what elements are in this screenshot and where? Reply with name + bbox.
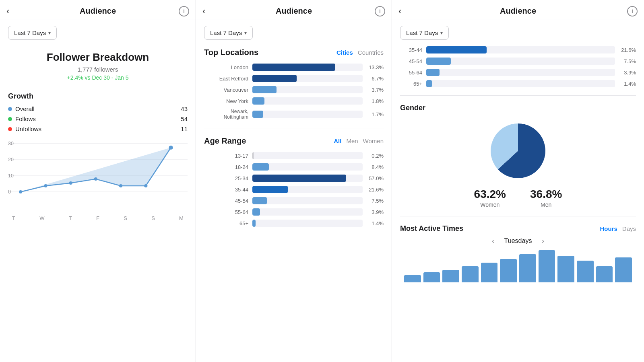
age-track-13-17: [252, 152, 363, 159]
follows-label: Follows: [15, 115, 36, 122]
growth-section: Growth Overall 43 Follows 54 Unfollows: [8, 92, 188, 132]
unfollows-value: 11: [181, 125, 188, 132]
location-label-newark: Newark,Nottingham: [204, 109, 248, 120]
panel-2-header: ‹ Audience i: [196, 0, 392, 19]
age-row-p3-65plus: 65+ 1.4%: [400, 80, 636, 87]
age-label-18-24: 18-24: [204, 164, 248, 170]
overall-label: Overall: [15, 105, 35, 112]
bar-pct-newyork: 1.8%: [367, 98, 384, 104]
most-active-header: Most Active Times Hours Days: [400, 224, 636, 233]
bar-pct-london: 13.3%: [367, 64, 384, 70]
age-range-title: Age Range: [204, 136, 246, 146]
age-tab-men[interactable]: Men: [346, 138, 358, 144]
age-row-p3-45-54: 45-54 7.5%: [400, 58, 636, 65]
next-day-button[interactable]: ›: [541, 236, 544, 245]
age-pct-p3-45-54: 7.5%: [619, 58, 636, 64]
location-row-newark: Newark,Nottingham 1.7%: [204, 109, 384, 120]
tab-cities[interactable]: Cities: [336, 49, 353, 56]
active-times-chart: [400, 250, 636, 282]
dropdown-label-2: Last 7 Days: [210, 29, 242, 36]
age-label-13-17: 13-17: [204, 153, 248, 159]
panel-1-body: Last 7 Days ▾ Follower Breakdown 1,777 f…: [0, 19, 196, 226]
hours-tab[interactable]: Hours: [600, 225, 617, 232]
age-label-55-64: 55-64: [204, 209, 248, 215]
age-tabs: All Men Women: [334, 138, 384, 144]
date-dropdown-3[interactable]: Last 7 Days ▾: [400, 26, 449, 40]
svg-text:20: 20: [8, 157, 14, 162]
follower-breakdown-title: Follower Breakdown: [8, 51, 188, 64]
age-label-p3-35-44: 35-44: [400, 47, 422, 53]
age-row-55-64: 55-64 3.9%: [204, 208, 384, 216]
age-tab-women[interactable]: Women: [363, 138, 384, 144]
location-label-vancouver: Vancouver: [204, 87, 248, 93]
age-label-p3-65plus: 65+: [400, 81, 422, 87]
chart-x-labels: T W T F S S M: [8, 215, 188, 221]
hour-bar-7: [539, 250, 555, 282]
panel-2-body: Last 7 Days ▾ Top Locations Cities Count…: [196, 19, 392, 357]
hour-bar-6: [519, 254, 536, 282]
gender-pie-chart: [486, 119, 550, 183]
age-pct-65plus: 1.4%: [367, 220, 384, 226]
age-track-p3-35-44: [426, 46, 615, 53]
panel-2-title: Audience: [276, 6, 312, 16]
divider-1: [204, 128, 384, 128]
info-button-1[interactable]: i: [179, 6, 189, 16]
age-fill-13-17: [252, 152, 254, 159]
age-pct-p3-35-44: 21.6%: [619, 47, 636, 53]
hour-bar-2: [442, 270, 459, 282]
prev-day-button[interactable]: ‹: [492, 236, 495, 245]
age-track-55-64: [252, 208, 363, 216]
back-button-1[interactable]: ‹: [6, 6, 9, 16]
hour-bar-10: [596, 266, 613, 282]
panel-1-header: ‹ Audience i: [0, 0, 196, 19]
back-button-3[interactable]: ‹: [398, 6, 401, 16]
age-fill-p3-65plus: [426, 80, 432, 87]
hour-bar-8: [557, 256, 574, 282]
age-track-35-44: [252, 186, 363, 193]
age-pct-13-17: 0.2%: [367, 153, 384, 159]
age-fill-65plus: [252, 220, 256, 227]
age-track-p3-55-64: [426, 69, 615, 76]
age-fill-55-64: [252, 208, 260, 216]
svg-point-14: [144, 184, 147, 187]
location-label-london: London: [204, 64, 248, 70]
hour-bar-9: [577, 261, 594, 282]
age-track-45-54: [252, 197, 363, 204]
info-button-3[interactable]: i: [627, 6, 638, 16]
age-label-p3-55-64: 55-64: [400, 70, 422, 76]
men-stat: 36.8% Men: [530, 188, 562, 208]
follows-value: 54: [181, 115, 188, 122]
back-button-2[interactable]: ‹: [202, 6, 205, 16]
day-label: Tuesdays: [504, 237, 532, 245]
men-label: Men: [530, 202, 562, 208]
age-tab-all[interactable]: All: [334, 138, 341, 144]
age-pct-35-44: 21.6%: [367, 187, 384, 193]
women-stat: 63.2% Women: [474, 188, 506, 208]
women-label: Women: [474, 202, 506, 208]
time-tabs: Hours Days: [600, 225, 636, 232]
tab-countries[interactable]: Countries: [358, 49, 384, 56]
age-track-p3-65plus: [426, 80, 615, 87]
info-button-2[interactable]: i: [375, 6, 385, 16]
chart-svg: 30 20 10 0: [8, 140, 188, 212]
hour-bar-4: [481, 263, 498, 282]
day-nav: ‹ Tuesdays ›: [400, 236, 636, 245]
follows-dot: [8, 117, 12, 121]
days-tab[interactable]: Days: [622, 225, 636, 232]
age-label-p3-45-54: 45-54: [400, 58, 422, 64]
bar-track-london: [252, 64, 363, 71]
age-row-13-17: 13-17 0.2%: [204, 152, 384, 159]
hour-bar-1: [423, 272, 440, 282]
date-dropdown-2[interactable]: Last 7 Days ▾: [204, 26, 253, 40]
hour-bar-3: [462, 266, 479, 282]
most-active-title: Most Active Times: [400, 224, 463, 233]
date-dropdown-1[interactable]: Last 7 Days ▾: [8, 26, 57, 40]
age-fill-18-24: [252, 163, 269, 171]
bar-track-newark: [252, 111, 363, 118]
svg-point-13: [119, 184, 122, 187]
dropdown-label-1: Last 7 Days: [14, 29, 46, 36]
bar-fill-newyork: [252, 97, 264, 105]
chart-label-s2: S: [151, 215, 155, 221]
age-fill-25-34: [252, 175, 346, 182]
panel-3-body: Last 7 Days ▾ 35-44 21.6% 45-54 7.5% 55-…: [392, 19, 644, 357]
